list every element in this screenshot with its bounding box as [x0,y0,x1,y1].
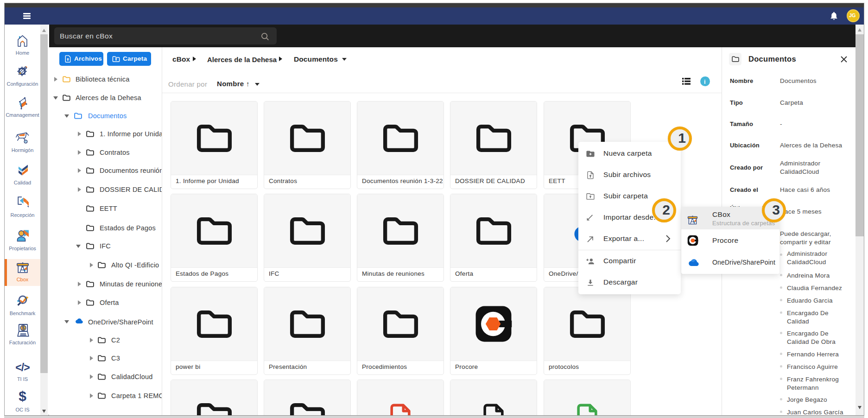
svg-text:$: $ [22,325,25,330]
